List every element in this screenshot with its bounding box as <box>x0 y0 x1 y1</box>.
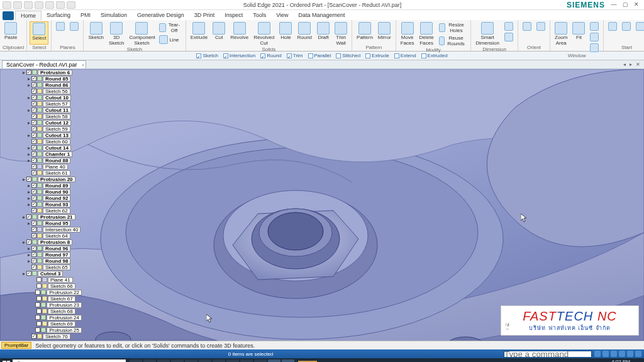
tree-node[interactable]: ▸Round 92 <box>0 195 82 201</box>
filter-trim[interactable]: Trim <box>287 53 303 58</box>
tree-node[interactable]: Sketch 59 <box>0 126 82 132</box>
hole-button[interactable]: Hole <box>277 21 294 47</box>
tree-node[interactable]: Sketch 67 <box>0 295 82 302</box>
feature-tree[interactable]: ▸Protrusion 6▸Round 85▸Round 86Sketch 56… <box>0 69 82 339</box>
tree-node[interactable]: Sketch 64 <box>0 233 82 239</box>
tree-node[interactable]: ▸Round 85 <box>0 75 82 82</box>
tree-node[interactable]: Protrusion 24 <box>0 314 82 321</box>
document-tab[interactable]: ScanCover - Reduct AVI.par × <box>2 60 86 69</box>
tree-node[interactable]: Plane 41 <box>0 277 82 283</box>
win-c-button[interactable] <box>588 43 601 53</box>
movefaces-button[interactable]: Move Faces <box>399 21 416 47</box>
cut-button[interactable]: Cut <box>211 21 227 47</box>
paste-button[interactable]: Paste <box>3 21 19 45</box>
tree-node[interactable]: ▸Round 95 <box>0 220 82 226</box>
ribbon-tab-home[interactable]: Home <box>15 11 42 20</box>
win-b-button[interactable] <box>588 32 601 42</box>
tree-node[interactable]: Sketch 70 <box>0 333 82 339</box>
ppt-icon[interactable] <box>240 359 253 362</box>
tree-node[interactable]: ▸Round 88 <box>0 157 82 163</box>
mirror-button[interactable]: Mirror <box>376 21 393 45</box>
smartdim-button[interactable]: Smart Dimension <box>474 21 501 47</box>
filter-extend[interactable]: Extend <box>394 53 416 58</box>
ribbon-tab-surfacing[interactable]: Surfacing <box>42 11 75 20</box>
qat-down-icon[interactable] <box>67 1 75 9</box>
recorder-icon[interactable] <box>282 359 294 362</box>
tree-node[interactable]: Sketch 58 <box>0 113 82 119</box>
revolvedcut-button[interactable]: Revolved Cut <box>252 21 276 47</box>
taskview-icon[interactable] <box>130 359 142 362</box>
status-icon[interactable] <box>594 351 601 357</box>
qat-app-icon[interactable] <box>3 1 11 9</box>
reuserounds-button[interactable]: Reuse Rounds <box>437 35 469 47</box>
ribbon-tab-inspect[interactable]: Inspect <box>219 11 248 20</box>
component-sketch-button[interactable]: Component Sketch <box>127 21 156 47</box>
line-button[interactable]: Line <box>157 35 182 45</box>
filter-extruded[interactable]: Extruded <box>421 53 448 58</box>
file-menu[interactable] <box>3 11 14 20</box>
tree-node[interactable]: Sketch 65 <box>0 264 82 270</box>
thinwall-button[interactable]: Thin Wall <box>333 21 349 47</box>
win-a-button[interactable] <box>588 21 601 31</box>
ribbon-tab-generative-design[interactable]: Generative Design <box>132 11 189 20</box>
sketch-button[interactable]: Sketch <box>86 21 105 47</box>
qat-save-icon[interactable] <box>13 1 22 9</box>
tree-node[interactable]: Intersection 40 <box>0 226 82 233</box>
status-icon[interactable] <box>611 351 617 357</box>
filter-intersection[interactable]: Intersection <box>223 53 255 58</box>
graphics-viewport[interactable]: ▸Protrusion 6▸Round 85▸Round 86Sketch 56… <box>0 69 644 341</box>
qat-print-icon[interactable] <box>45 1 54 9</box>
tab-controls[interactable]: ◂ ▸ ✕ <box>623 62 644 67</box>
qat-more-icon[interactable] <box>56 1 65 9</box>
ribbon-tab-view[interactable]: View <box>271 11 293 20</box>
qat-undo-icon[interactable] <box>24 1 33 9</box>
tree-node[interactable]: Sketch 69 <box>0 321 82 327</box>
tree-node[interactable]: ▸Round 90 <box>0 189 82 195</box>
extrude-button[interactable]: Extrude <box>189 21 210 47</box>
tree-node[interactable]: ▸Round 96 <box>0 245 82 251</box>
tree-node[interactable]: ▸Protrusion 20 <box>0 176 82 182</box>
tree-node[interactable]: ▸Round 86 <box>0 82 82 88</box>
status-icon[interactable] <box>635 351 641 357</box>
orient-b-button[interactable] <box>535 21 547 45</box>
app-icon[interactable] <box>254 359 267 362</box>
tree-node[interactable]: Sketch 57 <box>0 101 82 107</box>
status-icon[interactable] <box>627 351 633 357</box>
store-icon[interactable] <box>185 359 197 362</box>
tree-node[interactable]: ▸Protrusion 8 <box>0 239 82 245</box>
tree-node[interactable]: ▸Cutout 3 <box>0 270 82 277</box>
tree-node[interactable]: Sketch 62 <box>0 207 82 214</box>
fit-button[interactable]: Fit <box>570 21 587 53</box>
close-icon[interactable]: ✕ <box>631 1 641 9</box>
tree-node[interactable]: ▸Cutout 14 <box>0 145 82 151</box>
status-icon[interactable] <box>602 351 609 357</box>
tree-node[interactable]: Plane 40 <box>0 163 82 170</box>
maximize-icon[interactable]: ▢ <box>620 1 630 9</box>
filter-round[interactable]: Round <box>260 53 282 58</box>
excel-icon[interactable] <box>226 359 239 362</box>
orient-a-button[interactable] <box>521 21 533 45</box>
tree-node[interactable]: ▸Cutout 11 <box>0 107 82 113</box>
dim-b-button[interactable] <box>502 32 515 42</box>
clock[interactable]: 4:02 PM2/1/2022 <box>611 359 630 362</box>
start-c-button[interactable] <box>634 21 644 45</box>
tearoff-button[interactable]: Tear-Off <box>157 21 182 34</box>
tree-node[interactable]: ▸Round 98 <box>0 258 82 264</box>
start-a-button[interactable] <box>606 21 619 45</box>
ribbon-tab-tools[interactable]: Tools <box>248 11 271 20</box>
sketch3d-button[interactable]: 3D Sketch <box>107 21 126 47</box>
deletefaces-button[interactable]: Delete Faces <box>418 21 436 47</box>
taskbar-search[interactable]: 🔍Type here to search <box>13 359 126 362</box>
dim-a-button[interactable] <box>502 21 515 31</box>
status-icon[interactable] <box>619 351 625 357</box>
tree-node[interactable]: ▸Chamfer 1 <box>0 151 82 157</box>
filter-stitched[interactable]: Stitched <box>336 53 360 58</box>
planes-more-button[interactable] <box>68 21 80 45</box>
tree-node[interactable]: ▸Cutout 12 <box>0 119 82 126</box>
ribbon-tab-simulation[interactable]: Simulation <box>96 11 132 20</box>
round-button[interactable]: Round <box>295 21 314 47</box>
calendar-icon[interactable] <box>199 359 211 362</box>
select-button[interactable]: Select <box>30 21 48 45</box>
ribbon-tab-3d-print[interactable]: 3D Print <box>189 11 220 20</box>
start-b-button[interactable] <box>620 21 633 45</box>
